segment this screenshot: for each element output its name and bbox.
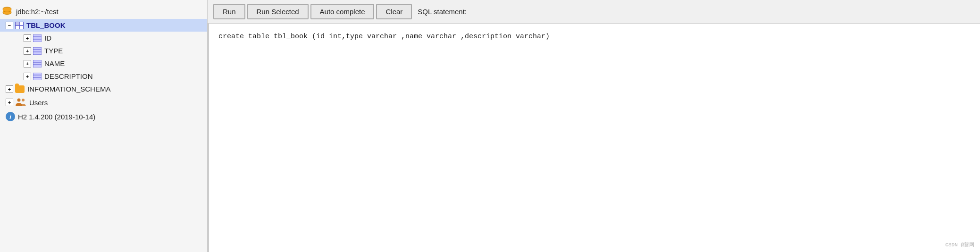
version-label: H2 1.4.200 (2019-10-14) xyxy=(18,113,95,121)
users-icon xyxy=(15,98,26,107)
users-label: Users xyxy=(29,99,48,107)
column-id-row[interactable]: + ID xyxy=(0,32,207,44)
svg-rect-7 xyxy=(16,22,19,25)
toolbar: Run Run Selected Auto complete Clear SQL… xyxy=(208,0,980,24)
column-icon xyxy=(33,73,42,80)
expand-name-btn[interactable]: + xyxy=(24,60,31,67)
auto-complete-button[interactable]: Auto complete xyxy=(310,4,375,19)
svg-rect-14 xyxy=(33,60,42,67)
table-tbl-book-label: TBL_BOOK xyxy=(26,21,66,29)
table-tbl-book-row[interactable]: − TBL_BOOK xyxy=(0,19,207,32)
svg-point-3 xyxy=(3,11,11,15)
column-id-label: ID xyxy=(44,34,51,42)
info-icon: i xyxy=(6,112,15,121)
db-connection-item[interactable]: jdbc:h2:~/test xyxy=(0,4,207,19)
sidebar: jdbc:h2:~/test − TBL_BOOK + ID + TYPE xyxy=(0,0,208,252)
column-icon xyxy=(33,34,42,42)
main-panel: Run Run Selected Auto complete Clear SQL… xyxy=(208,0,980,252)
column-icon xyxy=(33,47,42,55)
users-row[interactable]: + Users xyxy=(0,95,207,109)
svg-rect-1 xyxy=(3,9,11,11)
collapse-tbl-book-btn[interactable]: − xyxy=(6,22,13,29)
column-description-row[interactable]: + DESCRIPTION xyxy=(0,70,207,83)
svg-rect-11 xyxy=(33,47,42,55)
table-icon xyxy=(15,22,24,29)
svg-point-21 xyxy=(22,99,25,101)
column-name-label: NAME xyxy=(44,59,65,67)
version-row: i H2 1.4.200 (2019-10-14) xyxy=(0,109,207,124)
svg-rect-17 xyxy=(33,73,42,80)
column-name-row[interactable]: + NAME xyxy=(0,57,207,70)
svg-rect-8 xyxy=(33,34,42,42)
folder-icon xyxy=(15,85,25,93)
information-schema-label: INFORMATION_SCHEMA xyxy=(27,85,110,93)
watermark: CSDN @营网 xyxy=(945,241,974,248)
db-connection-label: jdbc:h2:~/test xyxy=(16,8,59,16)
clear-button[interactable]: Clear xyxy=(376,4,412,19)
run-selected-button[interactable]: Run Selected xyxy=(247,4,309,19)
information-schema-row[interactable]: + INFORMATION_SCHEMA xyxy=(0,83,207,95)
expand-id-btn[interactable]: + xyxy=(24,34,31,42)
expand-type-btn[interactable]: + xyxy=(24,47,31,55)
expand-users-btn[interactable]: + xyxy=(6,99,13,106)
expand-description-btn[interactable]: + xyxy=(24,73,31,80)
expand-information-schema-btn[interactable]: + xyxy=(6,85,13,93)
column-icon xyxy=(33,60,42,67)
column-description-label: DESCRIPTION xyxy=(44,72,93,80)
run-button[interactable]: Run xyxy=(213,4,245,19)
editor-content[interactable]: create table tbl_book (id int,type varch… xyxy=(218,31,971,42)
column-type-label: TYPE xyxy=(44,47,63,55)
svg-point-20 xyxy=(17,99,21,102)
editor-area[interactable]: create table tbl_book (id int,type varch… xyxy=(208,24,980,252)
statement-label: SQL statement: xyxy=(418,8,467,16)
database-icon xyxy=(2,6,12,17)
column-type-row[interactable]: + TYPE xyxy=(0,44,207,57)
